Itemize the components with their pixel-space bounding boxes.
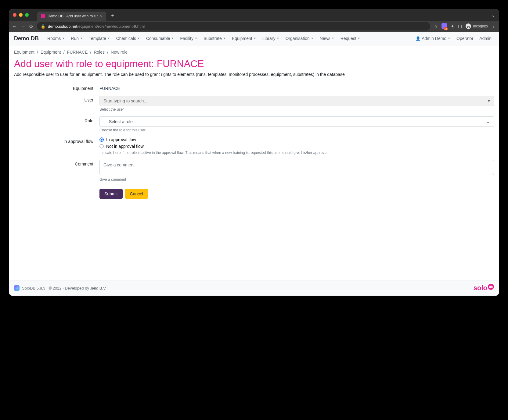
caret-icon: ▼: [332, 37, 334, 40]
comment-textarea[interactable]: [99, 160, 494, 175]
caret-icon: ▼: [254, 37, 256, 40]
back-icon[interactable]: ←: [12, 23, 17, 29]
nav-item-news[interactable]: News▼: [317, 34, 337, 43]
nav-item-facility[interactable]: Facility▼: [178, 34, 200, 43]
user-dropdown[interactable]: Start typing to search... ▾: [99, 96, 494, 106]
equipment-value[interactable]: FURNACE: [99, 86, 120, 91]
breadcrumb-item[interactable]: FURNACE: [67, 50, 88, 55]
footer-right: solo db: [474, 284, 494, 292]
caret-icon: ▼: [107, 37, 110, 40]
nav-item-run[interactable]: Run▼: [68, 34, 85, 43]
footer-link[interactable]: Jield B.V.: [90, 286, 107, 290]
radio-checked-icon: [99, 137, 104, 142]
role-label: Role: [14, 116, 99, 132]
nav-link-operator[interactable]: Operator: [454, 34, 476, 43]
star-icon[interactable]: ☆: [434, 24, 438, 29]
window-maximize-icon[interactable]: [25, 13, 29, 17]
chrome-chevron-icon[interactable]: ⌄: [491, 12, 495, 18]
caret-icon: ▼: [358, 37, 360, 40]
form: Equipment FURNACE User Start typing to s…: [9, 84, 499, 204]
footer: J SoloDB 5.8.3 · © 2022 · Developed by J…: [9, 280, 499, 296]
extension-badge-count: 11: [444, 27, 448, 30]
caret-icon: ▼: [137, 37, 140, 40]
user-label: User: [14, 96, 99, 112]
browser-tab[interactable]: Demo DB · Add user with role t ×: [37, 12, 106, 21]
breadcrumb-item[interactable]: Equipment: [14, 50, 34, 55]
caret-icon: ▼: [195, 37, 197, 40]
caret-icon: ▼: [311, 37, 314, 40]
incognito-indicator[interactable]: Incognito: [466, 23, 488, 29]
address-bar[interactable]: 🔒 demo.solodb.net/equipment/role/new/equ…: [37, 22, 430, 30]
page-title: Add user with role to equipment: FURNACE: [9, 57, 499, 72]
url-host: demo.solodb.net: [48, 24, 77, 29]
nav-user-menu[interactable]: 👤Admin Demo▼: [413, 34, 453, 43]
caret-icon: ▼: [448, 37, 450, 40]
nav-right: 👤Admin Demo▼ Operator Admin: [413, 34, 494, 43]
approval-help: Indicate here if the role is active in t…: [99, 151, 494, 155]
chrome-titlebar: Demo DB · Add user with role t × + ⌄: [9, 9, 499, 21]
window-minimize-icon[interactable]: [19, 13, 23, 17]
navbar: Demo DB Rooms▼ Run▼ Template▼ Chemicals▼…: [9, 32, 499, 45]
nav-item-request[interactable]: Request▼: [338, 34, 363, 43]
caret-icon: ▼: [80, 37, 83, 40]
form-row-buttons: Submit Cancel: [14, 187, 494, 199]
tab-close-icon[interactable]: ×: [100, 14, 103, 19]
user-help: Select the user: [99, 107, 494, 112]
forward-icon[interactable]: →: [21, 23, 26, 29]
page-subtitle: Add responsible user to user for an equi…: [9, 72, 499, 84]
nav-menu: Rooms▼ Run▼ Template▼ Chemicals▼ Consuma…: [45, 34, 363, 43]
role-placeholder: — Select a role: [103, 119, 133, 124]
incognito-label: Incognito: [473, 24, 488, 28]
new-tab-icon[interactable]: +: [111, 12, 114, 19]
user-placeholder: Start typing to search...: [103, 98, 147, 103]
solo-logo-badge: db: [488, 284, 494, 290]
app-content: Demo DB Rooms▼ Run▼ Template▼ Chemicals▼…: [9, 32, 499, 296]
nav-item-chemicals[interactable]: Chemicals▼: [114, 34, 142, 43]
solo-logo-text: solo: [474, 284, 487, 292]
cancel-button[interactable]: Cancel: [125, 189, 148, 199]
breadcrumb-item[interactable]: Roles: [94, 50, 105, 55]
nav-item-consumable[interactable]: Consumable▼: [144, 34, 177, 43]
form-row-approval: In approval flow In approval flow Not in…: [14, 137, 494, 155]
approval-radio-in[interactable]: In approval flow: [99, 137, 494, 142]
nav-item-substrate[interactable]: Substrate▼: [201, 34, 228, 43]
panel-icon[interactable]: ◫: [458, 24, 462, 29]
form-row-comment: Comment Give a comment: [14, 160, 494, 182]
approval-radio-not[interactable]: Not in approval flow: [99, 144, 494, 149]
form-row-user: User Start typing to search... ▾ Select …: [14, 96, 494, 112]
solo-logo[interactable]: solo db: [474, 284, 494, 292]
approval-option2-label: Not in approval flow: [106, 144, 144, 149]
nav-item-template[interactable]: Template▼: [86, 34, 113, 43]
nav-item-organisation[interactable]: Organisation▼: [283, 34, 316, 43]
nav-item-library[interactable]: Library▼: [260, 34, 282, 43]
breadcrumb-item[interactable]: Equipment: [41, 50, 61, 55]
window-close-icon[interactable]: [13, 13, 16, 17]
caret-icon: ▼: [276, 37, 279, 40]
caret-icon: ▼: [62, 37, 65, 40]
equipment-label: Equipment: [14, 84, 99, 91]
caret-icon: ▼: [223, 37, 226, 40]
chevron-down-icon: ⌄: [486, 119, 490, 124]
footer-text: SoloDB 5.8.3 · © 2022 · Developed by Jie…: [22, 286, 106, 290]
extension-badge[interactable]: 11: [441, 23, 447, 30]
comment-help: Give a comment: [99, 177, 494, 182]
navbar-brand[interactable]: Demo DB: [14, 35, 39, 42]
submit-button[interactable]: Submit: [99, 189, 123, 199]
browser-window: Demo DB · Add user with role t × + ⌄ ← →…: [9, 9, 499, 296]
breadcrumb: Equipment/ Equipment/ FURNACE/ Roles/ Ne…: [9, 45, 499, 57]
role-select[interactable]: — Select a role ⌄: [99, 116, 494, 127]
extensions-icon[interactable]: ✦: [451, 24, 454, 29]
menu-icon[interactable]: ⋮: [492, 24, 496, 29]
form-row-role: Role — Select a role ⌄ Choose the role f…: [14, 116, 494, 132]
incognito-icon: [466, 23, 471, 29]
breadcrumb-current: New role: [111, 50, 128, 55]
nav-item-equipment[interactable]: Equipment▼: [229, 34, 259, 43]
reload-icon[interactable]: ⟳: [29, 23, 33, 29]
nav-link-admin[interactable]: Admin: [477, 34, 494, 43]
lock-icon: 🔒: [41, 24, 45, 29]
chrome-toolbar: ← → ⟳ 🔒 demo.solodb.net/equipment/role/n…: [9, 21, 499, 32]
nav-item-rooms[interactable]: Rooms▼: [45, 34, 67, 43]
traffic-lights: [13, 13, 29, 17]
footer-logo-icon: J: [14, 285, 20, 291]
tab-favicon-icon: [41, 14, 45, 18]
